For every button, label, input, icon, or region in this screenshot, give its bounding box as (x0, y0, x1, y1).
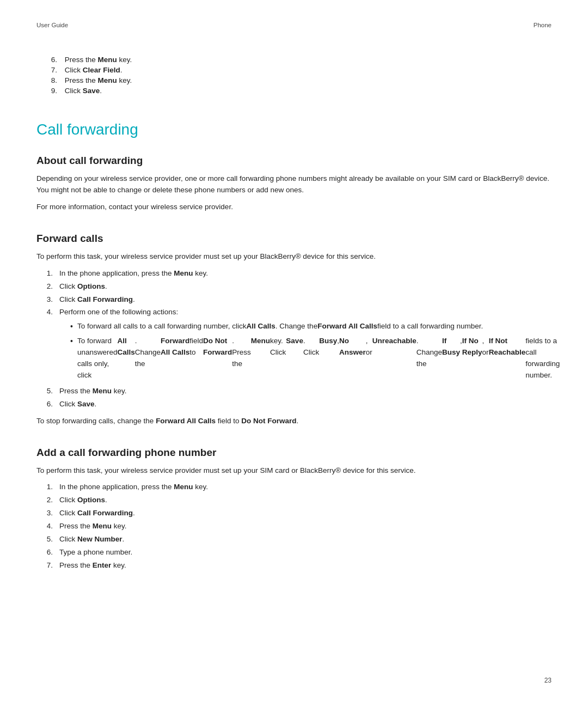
list-item: 8. Press the Menu key. (42, 76, 552, 84)
list-item: 9. Click Save. (42, 87, 552, 95)
list-item: 1. In the phone application, press the M… (36, 268, 552, 279)
page-header: User Guide Phone (36, 22, 552, 28)
list-item: 5. Click New Number. (36, 534, 552, 545)
list-item: 7. Click Clear Field. (42, 66, 552, 74)
add-intro: To perform this task, your wireless serv… (36, 465, 552, 477)
forward-intro: To perform this task, your wireless serv… (36, 251, 552, 263)
subsection-title-forward: Forward calls (36, 233, 552, 245)
list-item: 4. Press the Menu key. (36, 521, 552, 532)
forward-steps-list: 1. In the phone application, press the M… (36, 268, 552, 410)
about-paragraph-2: For more information, contact your wirel… (36, 202, 552, 213)
list-item: 1. In the phone application, press the M… (36, 482, 552, 493)
list-item: 6. Press the Menu key. (42, 56, 552, 64)
forward-stop-note: To stop forwarding calls, change the For… (36, 416, 552, 427)
bullet-item: To forward unanswered calls only, click … (70, 336, 560, 381)
list-item: 4. Perform one of the following actions:… (36, 307, 552, 384)
list-item: 6. Type a phone number. (36, 547, 552, 558)
subsection-title-about: About call forwarding (36, 155, 552, 167)
list-item: 2. Click Options. (36, 495, 552, 506)
about-paragraph-1: Depending on your wireless service provi… (36, 173, 552, 196)
page-number: 23 (544, 677, 552, 684)
list-item: 3. Click Call Forwarding. (36, 508, 552, 519)
section-about-call-forwarding: About call forwarding Depending on your … (36, 155, 552, 213)
subsection-title-add: Add a call forwarding phone number (36, 447, 552, 459)
header-right: Phone (534, 22, 552, 28)
forward-bullet-list: To forward all calls to a call forwardin… (70, 321, 560, 381)
list-item: 5. Press the Menu key. (36, 386, 552, 397)
add-steps-list: 1. In the phone application, press the M… (36, 482, 552, 571)
top-numbered-list: 6. Press the Menu key. 7. Click Clear Fi… (36, 56, 552, 95)
list-item: 3. Click Call Forwarding. (36, 294, 552, 306)
section-add-call-forwarding: Add a call forwarding phone number To pe… (36, 447, 552, 571)
section-forward-calls: Forward calls To perform this task, your… (36, 233, 552, 427)
bullet-item: To forward all calls to a call forwardin… (70, 321, 560, 333)
list-item: 7. Press the Enter key. (36, 560, 552, 571)
list-item: 6. Click Save. (36, 399, 552, 410)
main-section-title: Call forwarding (36, 121, 552, 138)
list-item: 2. Click Options. (36, 281, 552, 293)
header-left: User Guide (36, 22, 68, 28)
